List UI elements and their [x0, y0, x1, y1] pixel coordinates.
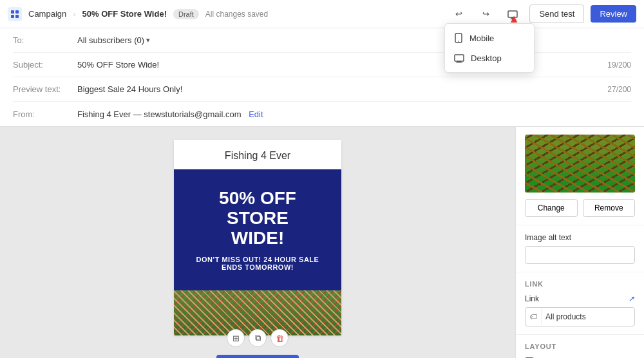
to-label: To:: [13, 35, 77, 45]
desktop-label: Desktop: [471, 53, 502, 63]
email-canvas: Fishing 4 Ever 50% OFF STORE WIDE! DON'T…: [0, 127, 515, 358]
link-section-title: LINK: [525, 280, 635, 288]
saved-label: All changes saved: [205, 10, 268, 19]
add-section-button[interactable]: + Add section: [216, 355, 299, 358]
email-wrapper: Fishing 4 Ever 50% OFF STORE WIDE! DON'T…: [174, 140, 341, 335]
email-hero-section[interactable]: 50% OFF STORE WIDE! DON'T MISS OUT! 24 H…: [174, 169, 341, 290]
to-value[interactable]: All subscribers (0): [77, 35, 631, 45]
from-name: Fishing 4 Ever: [77, 109, 131, 119]
email-header-form: To: All subscribers (0) Subject: 50% OFF…: [0, 28, 644, 127]
to-row: To: All subscribers (0): [13, 28, 631, 53]
svg-rect-11: [456, 62, 462, 62]
external-link-icon[interactable]: ↗: [629, 294, 635, 303]
review-button[interactable]: Review: [591, 5, 636, 23]
svg-point-8: [458, 41, 459, 42]
svg-rect-10: [457, 61, 461, 62]
from-edit-link[interactable]: Edit: [249, 109, 263, 119]
email-hero-heading: 50% OFF STORE WIDE!: [187, 189, 328, 248]
svg-rect-1: [15, 10, 19, 14]
link-panel-section: LINK Link ↗ 🏷 ✕: [516, 272, 644, 335]
preview-value: Biggest Sale 24 Hours Only!: [77, 84, 607, 94]
add-section-bar: + Add section: [216, 355, 299, 358]
undo-button[interactable]: ↩: [448, 4, 469, 24]
grid-control-button[interactable]: ⊞: [227, 329, 245, 347]
alt-text-input[interactable]: [525, 246, 635, 264]
image-preview: [525, 135, 635, 193]
svg-rect-2: [11, 15, 14, 18]
subject-label: Subject:: [13, 60, 77, 70]
image-panel-section: Change Remove: [516, 127, 644, 225]
topbar-title: 50% OFF Store Wide!: [82, 9, 167, 19]
dropdown-arrow: ▲: [508, 12, 520, 26]
preview-label: Preview text:: [13, 84, 77, 94]
image-action-buttons: Change Remove: [525, 199, 635, 217]
layout-panel-section: LAYOUT Full width: [516, 335, 644, 358]
topbar-campaign-label: Campaign: [28, 9, 66, 19]
from-label: From:: [13, 109, 77, 119]
redo-button[interactable]: ↪: [475, 4, 496, 24]
section-controls: ⊞ ⧉ 🗑: [227, 329, 289, 347]
link-field: 🏷 ✕: [525, 307, 635, 326]
campaign-icon: [8, 7, 22, 21]
subject-row: Subject: 50% OFF Store Wide! 19/200: [13, 53, 631, 77]
email-subtext: DON'T MISS OUT! 24 HOUR SALE ENDS TOMORR…: [187, 256, 328, 271]
from-value: Fishing 4 Ever — stewstutorials@gmail.co…: [77, 109, 631, 119]
preview-counter: 27/200: [607, 85, 631, 94]
copy-control-button[interactable]: ⧉: [249, 329, 267, 347]
mobile-label: Mobile: [469, 33, 494, 43]
email-image-section[interactable]: ⊞ ⧉ 🗑: [174, 290, 341, 335]
email-header-text: Fishing 4 Ever: [174, 140, 341, 169]
alt-text-section: Image alt text: [516, 225, 644, 272]
svg-rect-3: [15, 15, 19, 18]
topbar: Campaign › 50% OFF Store Wide! Draft All…: [0, 0, 644, 28]
subject-counter: 19/200: [607, 61, 631, 70]
from-row: From: Fishing 4 Ever — stewstutorials@gm…: [13, 102, 631, 126]
link-value-input[interactable]: [542, 308, 635, 325]
view-mode-dropdown: ▲ Mobile Desktop: [444, 23, 535, 73]
layout-section-title: LAYOUT: [525, 343, 635, 350]
delete-control-button[interactable]: 🗑: [270, 329, 289, 347]
svg-rect-0: [11, 10, 14, 14]
preview-row: Preview text: Biggest Sale 24 Hours Only…: [13, 77, 631, 102]
draft-badge: Draft: [173, 9, 199, 19]
send-test-button[interactable]: Send test: [529, 5, 584, 23]
alt-text-label: Image alt text: [525, 233, 635, 242]
right-panel: Change Remove Image alt text LINK Link ↗…: [515, 127, 644, 358]
change-image-button[interactable]: Change: [525, 199, 578, 217]
svg-rect-9: [455, 55, 464, 61]
remove-image-button[interactable]: Remove: [583, 199, 636, 217]
image-preview-visual: [525, 135, 635, 193]
link-label: Link: [525, 294, 626, 303]
desktop-option[interactable]: Desktop: [445, 48, 534, 68]
from-email: stewstutorials@gmail.com: [144, 109, 241, 119]
mobile-option[interactable]: Mobile: [445, 28, 534, 48]
link-tag-icon: 🏷: [526, 308, 542, 325]
